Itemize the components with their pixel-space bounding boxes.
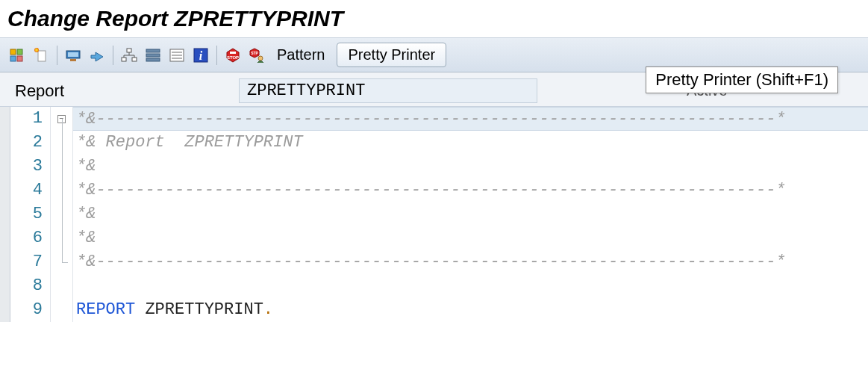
line-gutter: 1 2 3 4 5 6 7 8 9 <box>10 107 51 322</box>
svg-rect-2 <box>10 56 16 61</box>
fold-guide <box>51 155 72 179</box>
info-bar: Report Active Pretty Printer (Shift+F1) <box>0 72 868 106</box>
list-icon[interactable] <box>166 44 188 66</box>
line-number: 2 <box>10 131 50 155</box>
code-line[interactable]: *&--------------------------------------… <box>73 107 868 131</box>
svg-text:STOP: STOP <box>227 55 239 60</box>
display-object-icon[interactable] <box>62 44 84 66</box>
fold-guide <box>51 250 72 274</box>
pretty-printer-tooltip: Pretty Printer (Shift+F1) <box>646 66 838 93</box>
svg-rect-4 <box>38 51 46 61</box>
line-number: 9 <box>10 298 50 322</box>
line-number: 4 <box>10 179 50 202</box>
code-line[interactable]: *& <box>73 226 868 250</box>
fold-guide <box>51 131 72 155</box>
fold-toggle[interactable]: − <box>51 107 72 131</box>
line-number: 1 <box>10 107 50 131</box>
svg-text:i: i <box>199 49 203 62</box>
svg-rect-7 <box>68 52 78 57</box>
report-label: Report <box>15 81 239 101</box>
code-area[interactable]: *&--------------------------------------… <box>73 107 868 322</box>
pretty-printer-button[interactable]: Pretty Printer <box>337 43 446 67</box>
svg-rect-12 <box>146 49 160 52</box>
new-object-icon[interactable] <box>30 44 52 66</box>
editor: 1 2 3 4 5 6 7 8 9 − *&------------------… <box>0 106 868 322</box>
info-icon[interactable]: i <box>190 44 212 66</box>
toolbar-separator <box>113 46 113 65</box>
hierarchy-icon[interactable] <box>118 44 140 66</box>
line-number: 6 <box>10 226 50 250</box>
svg-rect-3 <box>17 56 22 61</box>
line-number: 5 <box>10 202 50 226</box>
svg-rect-22 <box>230 52 236 54</box>
fold-guide <box>51 226 72 250</box>
pattern-button[interactable]: Pattern <box>269 45 332 65</box>
svg-point-26 <box>258 56 263 61</box>
toolbar-separator <box>57 46 57 65</box>
svg-rect-10 <box>122 58 126 61</box>
toolbar-separator <box>216 46 217 65</box>
fold-guide <box>51 202 72 226</box>
activate-icon[interactable] <box>86 44 108 66</box>
fold-guide <box>51 179 72 202</box>
fold-guide <box>51 298 72 322</box>
svg-rect-9 <box>127 49 131 52</box>
code-line[interactable]: *& <box>73 155 868 179</box>
code-line[interactable]: *& <box>73 202 868 226</box>
fold-guide <box>51 274 72 298</box>
code-line[interactable] <box>73 274 868 298</box>
svg-text:STP: STP <box>251 51 258 55</box>
svg-rect-14 <box>146 58 160 61</box>
svg-rect-1 <box>17 49 22 55</box>
other-object-icon[interactable] <box>6 44 28 66</box>
check-icon[interactable] <box>142 44 164 66</box>
breakpoint-set-icon[interactable]: STOP <box>222 44 244 66</box>
svg-rect-13 <box>146 54 160 57</box>
breakpoint-user-icon[interactable]: STP <box>246 44 268 66</box>
fold-column: − <box>51 107 73 322</box>
code-line[interactable]: *& Report ZPRETTYPRINT <box>73 131 868 155</box>
svg-rect-0 <box>10 49 16 55</box>
report-name-input[interactable] <box>239 78 537 103</box>
svg-rect-8 <box>70 59 76 61</box>
line-number: 3 <box>10 155 50 179</box>
editor-left-tab[interactable] <box>0 107 10 322</box>
code-line[interactable]: *&--------------------------------------… <box>73 250 868 274</box>
line-number: 7 <box>10 250 50 274</box>
page-title: Change Report ZPRETTYPRINT <box>0 0 868 37</box>
code-line[interactable]: *&--------------------------------------… <box>73 179 868 202</box>
line-number: 8 <box>10 274 50 298</box>
svg-rect-11 <box>132 58 137 61</box>
code-line[interactable]: REPORT ZPRETTYPRINT. <box>73 298 868 322</box>
